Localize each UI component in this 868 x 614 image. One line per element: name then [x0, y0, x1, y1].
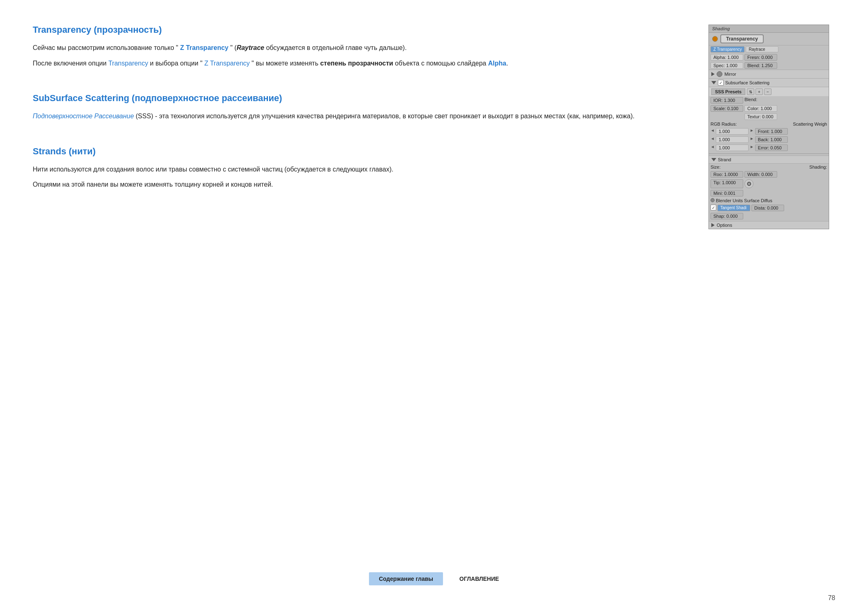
r3-field[interactable]: 1.000 [716, 144, 749, 151]
tangent-checkbox[interactable] [711, 205, 716, 210]
mirror-header: Mirror [709, 70, 829, 78]
scale-field[interactable]: Scale: 0.100 [711, 105, 743, 112]
options-header: Options [709, 221, 829, 229]
tip-field[interactable]: Tip: 1.0000 [711, 179, 743, 188]
sss-header: Subsurface Scattering [709, 78, 829, 87]
alpha-bold: Alpha [488, 60, 506, 67]
shading-label: Shading [712, 26, 730, 31]
sss-remove-icon[interactable]: − [764, 88, 771, 95]
mirror-collapse-icon[interactable] [711, 72, 715, 76]
degree-bold: степень прозрачности [320, 60, 393, 67]
r3-arrow-left: ◄ [711, 144, 715, 151]
surface-diffus-label: Surface Diffus [744, 198, 772, 203]
alpha-field[interactable]: Alpha: 1.000 [711, 54, 743, 61]
toc-link[interactable]: ОГЛАВЛЕНИЕ [459, 576, 499, 582]
fresn-field[interactable]: Fresn: 0.000 [744, 54, 777, 61]
transparency-swatch [712, 36, 718, 42]
title-bold-strands: Strands [33, 146, 66, 156]
subsurface-para1: Подповерхностное Рассеивание (SSS) - эта… [33, 111, 676, 122]
ior-field[interactable]: IOR: 1.300 [711, 97, 743, 104]
section-title-transparency: Transparency (прозрачность) [33, 25, 676, 35]
page-container: Transparency (прозрачность) Сейчас мы ра… [0, 0, 868, 614]
z-transparency-text: Z Transparency [180, 44, 228, 51]
title-rest-transparency: (прозрачность) [91, 25, 162, 35]
subsurface-italic: Подповерхностное Рассеивание [33, 113, 134, 120]
size-label: Size: [711, 165, 720, 169]
gear-icon[interactable]: ⚙ [744, 179, 753, 188]
r1-field[interactable]: 1.000 [716, 128, 749, 135]
section-title-subsurface: SubSurface Scattering (подповерхностное … [33, 93, 676, 104]
spec-field[interactable]: Spec: 1.000 [711, 62, 743, 69]
front-field[interactable]: Front: 1.000 [755, 128, 788, 135]
blender-units-swatch [711, 198, 715, 202]
mini-field[interactable]: Mini: 0.001 [711, 190, 743, 196]
sss-arrows-icon[interactable]: ⇅ [747, 88, 754, 95]
blender-units-label: Blender Units [716, 198, 743, 203]
tangent-field[interactable]: Tangent Shadi [717, 205, 750, 211]
sss-presets-row: SSS Presets ⇅ + − [709, 87, 829, 96]
panel-shading-header: Shading [709, 25, 829, 33]
r1-arrow-right: ► [750, 128, 754, 135]
footer: Содержание главы ОГЛАВЛЕНИЕ [33, 564, 835, 589]
dista-field[interactable]: Dista: 0.000 [751, 205, 784, 211]
sss-label: Subsurface Scattering [725, 80, 769, 85]
ui-panel: Shading Transparency Z Transparency Rayt… [708, 25, 835, 564]
r2-arrow-right: ► [750, 136, 754, 143]
z-transparency-btn[interactable]: Z Transparency [711, 46, 744, 52]
spec-blend-row: Spec: 1.000 Blend: 1.250 [709, 61, 829, 70]
section-transparency: Transparency (прозрачность) Сейчас мы ра… [33, 25, 676, 68]
title-bold-subsurface: SubSurface Scattering [33, 93, 129, 103]
alpha-fresn-row: Alpha: 1.000 Fresn: 0.000 [709, 53, 829, 61]
mirror-label: Mirror [724, 72, 736, 77]
transparency-tab-btn[interactable]: Transparency [720, 34, 764, 43]
chapter-contents-btn[interactable]: Содержание главы [369, 572, 443, 585]
blend2-label: Blend: [744, 97, 757, 104]
title-rest-strands: (нити) [66, 146, 96, 156]
width-field[interactable]: Width: 0.000 [744, 171, 777, 178]
r1-arrow-left: ◄ [711, 128, 715, 135]
page-number: 78 [828, 594, 835, 602]
strand-label: Strand [718, 157, 731, 162]
size-shading-labels-row: Size: Shading: [709, 164, 829, 170]
transparency-para1: Сейчас мы рассмотрим использование тольк… [33, 43, 676, 53]
textur-field[interactable]: Textur: 0.000 [744, 113, 777, 120]
blender-panel: Shading Transparency Z Transparency Rayt… [708, 25, 829, 229]
sss-add-icon[interactable]: + [756, 88, 763, 95]
scattering-weigh-label: Scattering Weigh [793, 122, 827, 126]
sss-presets-label[interactable]: SSS Presets [711, 88, 745, 95]
rgb-scattering-row: RGB Radius: Scattering Weigh [709, 121, 829, 127]
raytrace-btn[interactable]: Raytrace [746, 46, 778, 52]
blend-field[interactable]: Blend: 1.250 [744, 62, 777, 69]
r2-arrow-left: ◄ [711, 136, 715, 143]
scale-color-row: Scale: 0.100 Color: 1.000 [709, 104, 829, 113]
strand-collapse-icon[interactable] [711, 158, 716, 161]
back-field[interactable]: Back: 1.000 [755, 136, 788, 143]
error-field[interactable]: Error: 0.050 [755, 144, 788, 151]
r2-back-row: ◄ 1.000 ► Back: 1.000 [709, 135, 829, 144]
roo-field[interactable]: Roo: 1.0000 [711, 171, 743, 178]
r3-arrow-right: ► [750, 144, 754, 151]
title-rest-subsurface: (подповерхностное рассеивание) [129, 93, 282, 103]
blender-units-row: Blender Units Surface Diffus [709, 197, 829, 204]
mini-row: Mini: 0.001 [709, 189, 829, 197]
color-field[interactable]: Color: 1.000 [744, 105, 777, 112]
tangent-dista-row: Tangent Shadi Dista: 0.000 [709, 204, 829, 212]
section-subsurface: SubSurface Scattering (подповерхностное … [33, 93, 676, 122]
options-collapse-icon[interactable] [711, 223, 715, 227]
section-strands: Strands (нити) Нити используются для соз… [33, 146, 676, 190]
strand-divider [709, 154, 829, 154]
roo-width-row: Roo: 1.0000 Width: 0.000 [709, 170, 829, 178]
main-text: Transparency (прозрачность) Сейчас мы ра… [33, 25, 684, 564]
shap-row: Shap: 0.000 [709, 212, 829, 220]
sss-collapse-icon[interactable] [711, 81, 716, 84]
rgb-radius-label: RGB Radius: [711, 122, 737, 126]
ior-blend-row: IOR: 1.300 Blend: [709, 96, 829, 104]
shap-field[interactable]: Shap: 0.000 [711, 213, 743, 219]
r2-field[interactable]: 1.000 [716, 136, 749, 143]
section-title-strands: Strands (нити) [33, 146, 676, 157]
sss-checkbox[interactable] [718, 80, 724, 86]
z-transparency-inline: Z Transparency [204, 60, 250, 67]
r1-front-row: ◄ 1.000 ► Front: 1.000 [709, 127, 829, 135]
raytrace-text: Raytrace [236, 44, 264, 51]
sss-icon-row: ⇅ + − [747, 88, 771, 95]
